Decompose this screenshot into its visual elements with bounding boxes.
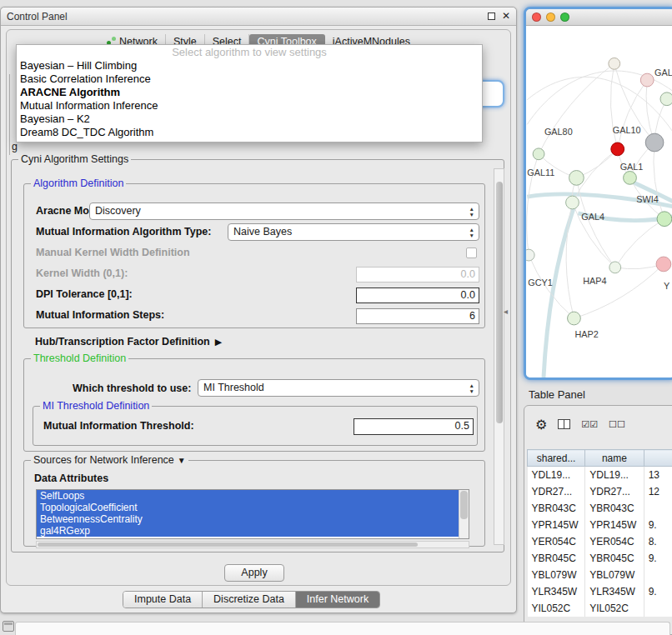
network-node-label: SWI4 <box>636 194 658 204</box>
network-node[interactable] <box>624 172 637 185</box>
stepper-icon: ▲▼ <box>469 206 474 218</box>
column-header[interactable] <box>644 450 672 467</box>
mi-threshold-field[interactable]: 0.5 <box>354 418 474 435</box>
algorithm-placeholder: Select algorithm to view settings <box>17 46 482 59</box>
deselect-all-checkboxes-icon[interactable]: ☐☐ <box>609 419 625 430</box>
network-node[interactable] <box>566 196 579 209</box>
kernel-width-field[interactable]: 0.0 <box>356 267 479 282</box>
network-node[interactable] <box>657 212 672 227</box>
network-node-label: HAP4 <box>583 276 606 286</box>
table-cell: YER054C <box>585 533 644 550</box>
control-panel-titlebar[interactable]: Control Panel ✕ <box>1 8 516 26</box>
network-node[interactable] <box>526 249 534 261</box>
window-controls: ✕ <box>488 11 510 21</box>
stepper-icon: ▲▼ <box>469 382 474 394</box>
network-node[interactable] <box>568 312 581 325</box>
network-node[interactable] <box>533 148 544 160</box>
threshold-definition-group: Threshold Definition Which threshold to … <box>23 358 485 452</box>
network-window-titlebar[interactable] <box>526 9 672 26</box>
bottom-tab-infer-network[interactable]: Infer Network <box>296 592 379 608</box>
attribute-list-scrollbar-thumb[interactable] <box>460 491 468 519</box>
zoom-traffic-icon[interactable] <box>560 12 569 22</box>
splitter-collapse-arrow[interactable]: ◂ <box>504 307 508 316</box>
collapsed-panel-strip[interactable] <box>15 622 670 635</box>
bottom-tab-bar: Impute DataDiscretize DataInfer Network <box>123 591 380 608</box>
network-node-label: HAP2 <box>574 329 598 339</box>
network-canvas-svg[interactable]: GAL80GAL10GAL11GAL1SWI4GAL4GCY1HAP4HAP2G… <box>526 26 672 378</box>
attribute-item[interactable]: gal4RGexp <box>37 525 459 537</box>
hub-definition-toggle[interactable]: Hub/Transcription Factor Definition▶ <box>35 336 222 348</box>
select-all-checkboxes-icon[interactable]: ☑☑ <box>581 419 598 430</box>
table-cell: YBR045C <box>585 550 644 567</box>
table-row[interactable]: YDR27...YDR27...12 <box>528 483 672 500</box>
attribute-list-hscrollbar[interactable] <box>36 541 469 548</box>
table-row[interactable]: YBR043CYBR043C <box>528 500 672 517</box>
algorithm-option[interactable]: ARACNE Algorithm <box>17 86 482 99</box>
network-canvas[interactable]: GAL80GAL10GAL11GAL1SWI4GAL4GCY1HAP4HAP2G… <box>526 26 672 378</box>
gear-icon[interactable]: ⚙ <box>535 417 547 432</box>
settings-scrollbar[interactable] <box>494 168 504 545</box>
bottom-tab-discretize-data[interactable]: Discretize Data <box>203 592 296 608</box>
attribute-list[interactable]: SelfLoopsTopologicalCoefficientBetweenne… <box>36 489 469 539</box>
table-row[interactable]: YER054CYER054C8. <box>528 533 672 550</box>
settings-group-title: Cyni Algorithm Settings <box>18 153 131 165</box>
columns-icon[interactable] <box>558 419 570 429</box>
which-threshold-label: Which threshold to use: <box>73 382 191 394</box>
network-node[interactable] <box>609 262 621 273</box>
algorithm-option[interactable]: Bayesian – Hill Climbing <box>17 59 482 72</box>
attribute-list-scrollbar[interactable] <box>459 490 469 538</box>
minimize-traffic-icon[interactable] <box>546 12 555 22</box>
panel-dock-icon[interactable] <box>3 621 14 632</box>
aracne-mode-select[interactable]: Discovery ▲▼ <box>89 202 479 220</box>
network-node[interactable] <box>656 257 671 272</box>
attribute-item[interactable]: SelfLoops <box>37 490 459 502</box>
float-window-icon[interactable] <box>488 12 495 20</box>
which-threshold-select[interactable]: MI Threshold ▲▼ <box>198 379 479 397</box>
table-row[interactable]: YBR045CYBR045C9. <box>528 550 672 567</box>
column-header[interactable]: shared... <box>528 450 585 467</box>
mi-steps-field[interactable]: 6 <box>356 308 479 324</box>
table-row[interactable]: YIL052CYIL052C <box>528 600 672 617</box>
column-header[interactable]: name <box>585 450 644 467</box>
node-attribute-table: shared...name YDL19...YDL19...13YDR27...… <box>527 449 672 617</box>
network-edge <box>576 178 614 267</box>
cyni-algorithm-settings-group: Cyni Algorithm Settings Algorithm Defini… <box>11 159 504 552</box>
network-node[interactable] <box>640 73 654 87</box>
manual-kernel-width-checkbox[interactable] <box>466 248 477 258</box>
network-node[interactable] <box>569 171 584 186</box>
attribute-item[interactable]: BetweennessCentrality <box>37 513 459 525</box>
algorithm-option[interactable]: Bayesian – K2 <box>17 112 482 126</box>
settings-scrollbar-thumb[interactable] <box>496 182 503 423</box>
attribute-item[interactable]: TopologicalCoefficient <box>37 502 459 513</box>
close-window-icon[interactable]: ✕ <box>502 11 510 21</box>
table-row[interactable]: YDL19...YDL19...13 <box>528 467 672 484</box>
mi-algorithm-type-select[interactable]: Naive Bayes ▲▼ <box>228 223 479 241</box>
which-threshold-value: MI Threshold <box>203 382 264 393</box>
network-node[interactable] <box>609 58 620 69</box>
table-body: YDL19...YDL19...13YDR27...YDR27...12YBR0… <box>528 467 672 618</box>
table-row[interactable]: YBL079WYBL079W <box>528 567 672 583</box>
attribute-list-hscrollbar-thumb[interactable] <box>38 542 418 547</box>
algorithm-option[interactable]: Basic Correlation Inference <box>17 72 482 86</box>
mi-threshold-group-title: MI Threshold Definition <box>40 400 152 412</box>
table-cell <box>644 500 672 517</box>
bottom-tab-impute-data[interactable]: Impute Data <box>123 592 203 608</box>
table-cell: YIL052C <box>585 600 644 617</box>
network-node[interactable] <box>611 142 624 156</box>
network-node[interactable] <box>660 92 672 106</box>
table-row[interactable]: YLR345WYLR345W9. <box>528 583 672 600</box>
sources-group-title[interactable]: Sources for Network Inference▼ <box>31 454 188 466</box>
close-traffic-icon[interactable] <box>532 12 541 22</box>
table-cell: YLR345W <box>585 583 644 600</box>
table-cell: YDR27... <box>528 483 585 500</box>
network-node-label: GAL10 <box>613 125 641 135</box>
dpi-tolerance-field[interactable]: 0.0 <box>356 288 479 303</box>
data-attributes-label: Data Attributes <box>34 472 108 484</box>
algorithm-option[interactable]: Dream8 DC_TDC Algorithm <box>17 126 482 139</box>
algorithm-option[interactable]: Mutual Information Inference <box>17 99 482 112</box>
algorithm-dropdown-popup: Select algorithm to view settings Bayesi… <box>16 44 483 142</box>
network-node[interactable] <box>645 133 664 152</box>
apply-button[interactable]: Apply <box>224 564 284 582</box>
network-edge <box>654 142 664 219</box>
table-row[interactable]: YPR145WYPR145W9. <box>528 517 672 533</box>
